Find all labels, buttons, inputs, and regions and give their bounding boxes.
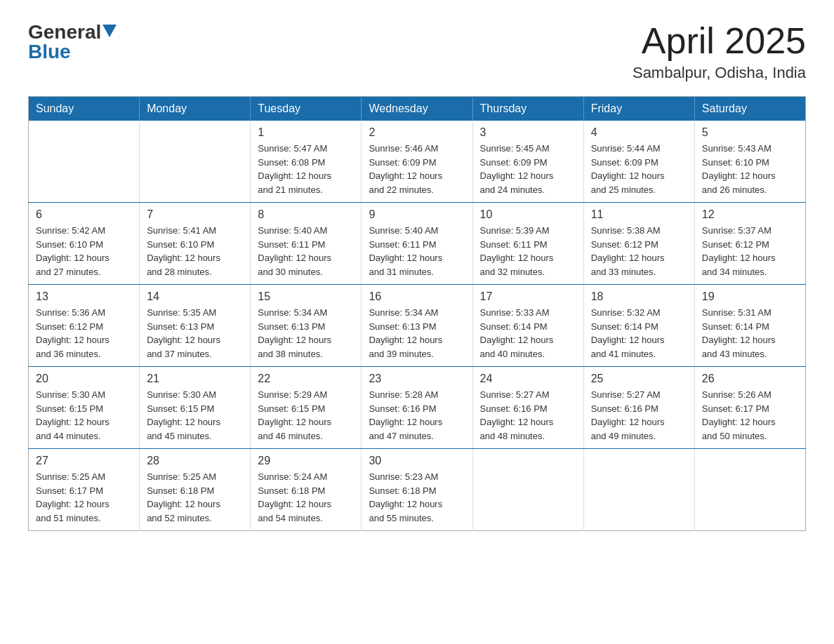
calendar-week-3: 13Sunrise: 5:36 AM Sunset: 6:12 PM Dayli… (29, 285, 806, 367)
calendar-cell: 13Sunrise: 5:36 AM Sunset: 6:12 PM Dayli… (29, 285, 140, 367)
weekday-header-row: SundayMondayTuesdayWednesdayThursdayFrid… (29, 97, 806, 121)
day-number: 4 (591, 126, 687, 139)
calendar-cell: 28Sunrise: 5:25 AM Sunset: 6:18 PM Dayli… (140, 449, 251, 531)
calendar-cell: 22Sunrise: 5:29 AM Sunset: 6:15 PM Dayli… (251, 367, 362, 449)
day-info: Sunrise: 5:34 AM Sunset: 6:13 PM Dayligh… (369, 306, 465, 361)
day-number: 17 (480, 290, 576, 303)
calendar-cell: 26Sunrise: 5:26 AM Sunset: 6:17 PM Dayli… (694, 367, 805, 449)
day-number: 21 (147, 373, 243, 385)
day-number: 14 (147, 290, 243, 303)
calendar-cell: 5Sunrise: 5:43 AM Sunset: 6:10 PM Daylig… (694, 121, 805, 203)
calendar-cell: 12Sunrise: 5:37 AM Sunset: 6:12 PM Dayli… (694, 203, 805, 285)
day-info: Sunrise: 5:36 AM Sunset: 6:12 PM Dayligh… (36, 306, 132, 361)
title-section: April 2025 Sambalpur, Odisha, India (633, 21, 806, 82)
month-title: April 2025 (633, 21, 806, 61)
logo-triangle-icon (102, 25, 117, 37)
day-info: Sunrise: 5:26 AM Sunset: 6:17 PM Dayligh… (702, 388, 798, 443)
day-info: Sunrise: 5:33 AM Sunset: 6:14 PM Dayligh… (480, 306, 576, 361)
day-info: Sunrise: 5:44 AM Sunset: 6:09 PM Dayligh… (591, 142, 687, 196)
calendar-cell (140, 121, 251, 203)
day-info: Sunrise: 5:27 AM Sunset: 6:16 PM Dayligh… (480, 388, 576, 443)
calendar-cell: 15Sunrise: 5:34 AM Sunset: 6:13 PM Dayli… (251, 285, 362, 367)
day-info: Sunrise: 5:41 AM Sunset: 6:10 PM Dayligh… (147, 224, 243, 279)
day-info: Sunrise: 5:27 AM Sunset: 6:16 PM Dayligh… (591, 388, 687, 443)
day-number: 12 (702, 208, 798, 221)
day-number: 15 (258, 290, 354, 303)
calendar-cell: 14Sunrise: 5:35 AM Sunset: 6:13 PM Dayli… (140, 285, 251, 367)
day-info: Sunrise: 5:30 AM Sunset: 6:15 PM Dayligh… (36, 388, 132, 443)
calendar-cell (583, 449, 694, 531)
page-header: General Blue April 2025 Sambalpur, Odish… (28, 21, 806, 82)
day-info: Sunrise: 5:38 AM Sunset: 6:12 PM Dayligh… (591, 224, 687, 279)
calendar-cell: 16Sunrise: 5:34 AM Sunset: 6:13 PM Dayli… (362, 285, 472, 367)
calendar-cell: 30Sunrise: 5:23 AM Sunset: 6:18 PM Dayli… (362, 449, 472, 531)
day-number: 5 (702, 126, 798, 139)
calendar-cell: 17Sunrise: 5:33 AM Sunset: 6:14 PM Dayli… (472, 285, 583, 367)
calendar-cell: 29Sunrise: 5:24 AM Sunset: 6:18 PM Dayli… (251, 449, 362, 531)
calendar-table: SundayMondayTuesdayWednesdayThursdayFrid… (28, 96, 806, 531)
day-number: 20 (36, 373, 132, 385)
day-number: 26 (702, 373, 798, 385)
day-info: Sunrise: 5:32 AM Sunset: 6:14 PM Dayligh… (591, 306, 687, 361)
calendar-cell (29, 121, 140, 203)
day-info: Sunrise: 5:25 AM Sunset: 6:17 PM Dayligh… (36, 470, 132, 525)
day-number: 10 (480, 208, 576, 221)
day-info: Sunrise: 5:39 AM Sunset: 6:11 PM Dayligh… (480, 224, 576, 279)
day-number: 3 (480, 126, 576, 139)
day-info: Sunrise: 5:40 AM Sunset: 6:11 PM Dayligh… (369, 224, 465, 279)
day-number: 16 (369, 290, 465, 303)
day-number: 18 (591, 290, 687, 303)
day-number: 30 (369, 455, 465, 467)
calendar-cell: 23Sunrise: 5:28 AM Sunset: 6:16 PM Dayli… (362, 367, 472, 449)
calendar-cell: 11Sunrise: 5:38 AM Sunset: 6:12 PM Dayli… (583, 203, 694, 285)
calendar-cell (694, 449, 805, 531)
day-number: 7 (147, 208, 243, 221)
day-info: Sunrise: 5:40 AM Sunset: 6:11 PM Dayligh… (258, 224, 354, 279)
day-info: Sunrise: 5:31 AM Sunset: 6:14 PM Dayligh… (702, 306, 798, 361)
day-number: 9 (369, 208, 465, 221)
weekday-header-saturday: Saturday (694, 97, 805, 121)
day-info: Sunrise: 5:23 AM Sunset: 6:18 PM Dayligh… (369, 470, 465, 525)
calendar-cell: 8Sunrise: 5:40 AM Sunset: 6:11 PM Daylig… (251, 203, 362, 285)
day-number: 6 (36, 208, 132, 221)
calendar-cell: 25Sunrise: 5:27 AM Sunset: 6:16 PM Dayli… (583, 367, 694, 449)
day-number: 11 (591, 208, 687, 221)
day-number: 19 (702, 290, 798, 303)
day-number: 23 (369, 373, 465, 385)
calendar-week-1: 1Sunrise: 5:47 AM Sunset: 6:08 PM Daylig… (29, 121, 806, 203)
day-info: Sunrise: 5:43 AM Sunset: 6:10 PM Dayligh… (702, 142, 798, 196)
day-number: 29 (258, 455, 354, 467)
day-number: 22 (258, 373, 354, 385)
logo: General Blue (28, 21, 117, 63)
calendar-cell (472, 449, 583, 531)
day-info: Sunrise: 5:28 AM Sunset: 6:16 PM Dayligh… (369, 388, 465, 443)
calendar-cell: 3Sunrise: 5:45 AM Sunset: 6:09 PM Daylig… (472, 121, 583, 203)
day-info: Sunrise: 5:30 AM Sunset: 6:15 PM Dayligh… (147, 388, 243, 443)
day-info: Sunrise: 5:45 AM Sunset: 6:09 PM Dayligh… (480, 142, 576, 196)
logo-blue-text: Blue (28, 41, 71, 63)
day-info: Sunrise: 5:34 AM Sunset: 6:13 PM Dayligh… (258, 306, 354, 361)
day-number: 2 (369, 126, 465, 139)
day-info: Sunrise: 5:47 AM Sunset: 6:08 PM Dayligh… (258, 142, 354, 196)
calendar-cell: 1Sunrise: 5:47 AM Sunset: 6:08 PM Daylig… (251, 121, 362, 203)
calendar-week-2: 6Sunrise: 5:42 AM Sunset: 6:10 PM Daylig… (29, 203, 806, 285)
calendar-cell: 10Sunrise: 5:39 AM Sunset: 6:11 PM Dayli… (472, 203, 583, 285)
day-info: Sunrise: 5:24 AM Sunset: 6:18 PM Dayligh… (258, 470, 354, 525)
day-number: 24 (480, 373, 576, 385)
day-number: 27 (36, 455, 132, 467)
calendar-cell: 18Sunrise: 5:32 AM Sunset: 6:14 PM Dayli… (583, 285, 694, 367)
day-number: 28 (147, 455, 243, 467)
calendar-cell: 19Sunrise: 5:31 AM Sunset: 6:14 PM Dayli… (694, 285, 805, 367)
day-number: 1 (258, 126, 354, 139)
weekday-header-sunday: Sunday (29, 97, 140, 121)
day-number: 13 (36, 290, 132, 303)
day-info: Sunrise: 5:42 AM Sunset: 6:10 PM Dayligh… (36, 224, 132, 279)
calendar-cell: 9Sunrise: 5:40 AM Sunset: 6:11 PM Daylig… (362, 203, 472, 285)
day-info: Sunrise: 5:29 AM Sunset: 6:15 PM Dayligh… (258, 388, 354, 443)
calendar-cell: 2Sunrise: 5:46 AM Sunset: 6:09 PM Daylig… (362, 121, 472, 203)
weekday-header-thursday: Thursday (472, 97, 583, 121)
weekday-header-friday: Friday (583, 97, 694, 121)
calendar-cell: 4Sunrise: 5:44 AM Sunset: 6:09 PM Daylig… (583, 121, 694, 203)
calendar-cell: 21Sunrise: 5:30 AM Sunset: 6:15 PM Dayli… (140, 367, 251, 449)
calendar-cell: 20Sunrise: 5:30 AM Sunset: 6:15 PM Dayli… (29, 367, 140, 449)
